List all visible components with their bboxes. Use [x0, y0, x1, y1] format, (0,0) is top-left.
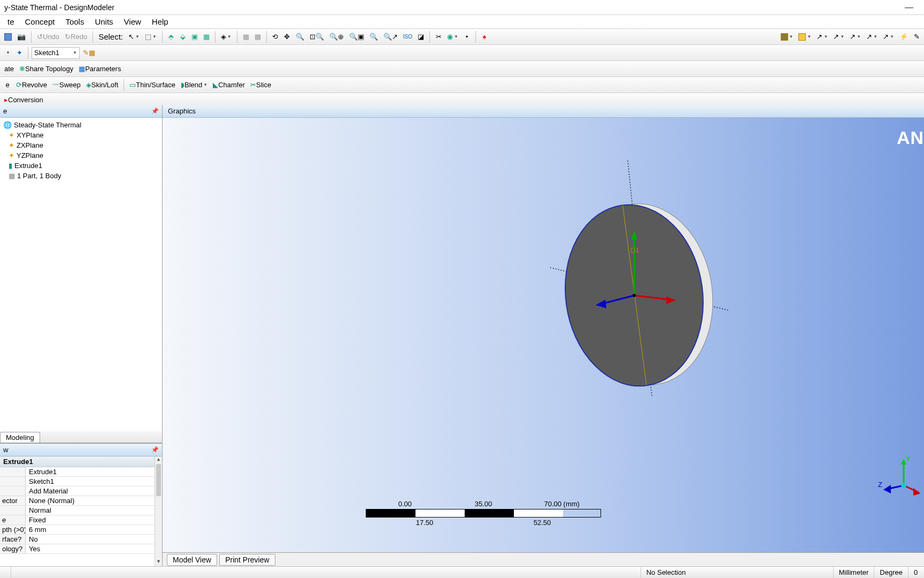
view-triad[interactable]: Y Z: [877, 456, 920, 499]
constraint-6[interactable]: ⚡: [897, 31, 910, 43]
pan-button[interactable]: ✥: [282, 31, 292, 43]
constraint-2[interactable]: ↗▼: [831, 31, 846, 43]
save-button[interactable]: [2, 31, 14, 43]
tab-print-preview[interactable]: Print Preview: [219, 554, 275, 566]
tree-yzplane[interactable]: ✦YZPlane: [3, 150, 159, 161]
status-bar: No Selection Millimeter Degree 0: [0, 566, 924, 578]
constraint-3[interactable]: ↗▼: [848, 31, 863, 43]
extrude-button[interactable]: e: [2, 79, 13, 91]
undo-button[interactable]: ↺Undo: [35, 31, 61, 43]
minimize-button[interactable]: —: [898, 3, 920, 12]
redo-button[interactable]: ↻Redo: [63, 31, 89, 43]
slice-label: Slice: [256, 81, 271, 89]
menu-concept[interactable]: Concept: [20, 16, 60, 27]
filter-edge[interactable]: ⬙: [178, 31, 188, 43]
sweep-button[interactable]: 〰Sweep: [50, 79, 83, 91]
slice-button[interactable]: ✂Slice: [248, 79, 273, 91]
tree-zxplane[interactable]: ✦ZXPlane: [3, 140, 159, 150]
iso-view[interactable]: ISO: [401, 31, 414, 43]
zoom-fit[interactable]: 🔍⊕: [327, 31, 346, 43]
camera-button[interactable]: 📷: [15, 31, 28, 43]
detail-value[interactable]: Yes: [26, 544, 162, 553]
details-grid[interactable]: Extrude1 Extrude1 Sketch1 Add Material e…: [0, 457, 162, 566]
skinloft-button[interactable]: ◈Skin/Loft: [84, 79, 121, 91]
save-icon: [4, 33, 12, 41]
filter-face[interactable]: ▣: [189, 31, 200, 43]
details-group: Extrude1: [0, 457, 162, 467]
status-unit-length: Millimeter: [833, 567, 874, 578]
help-tool[interactable]: ♠: [479, 31, 490, 43]
plane-dropdown[interactable]: ▼: [2, 47, 13, 59]
pin-icon[interactable]: 📌: [151, 446, 159, 453]
menu-units[interactable]: Units: [89, 16, 118, 27]
details-scrollbar[interactable]: ▲ ▼: [155, 457, 162, 566]
scale-bar: 0.00 35.00 70.00 (mm) 17.50 52.50: [366, 500, 601, 527]
detail-row: rface?No: [0, 535, 162, 544]
tree-root[interactable]: 🌐Steady-State Thermal: [3, 120, 159, 130]
detail-value[interactable]: None (Normal): [26, 496, 162, 505]
generate-button[interactable]: ate: [2, 63, 16, 75]
outline-tree[interactable]: 🌐Steady-State Thermal ✦XYPlane ✦ZXPlane …: [0, 118, 162, 431]
menu-view[interactable]: View: [119, 16, 147, 27]
scroll-thumb[interactable]: [156, 464, 161, 496]
chamfer-button[interactable]: ◣Chamfer: [211, 79, 247, 91]
tab-modeling[interactable]: Modeling: [0, 432, 40, 443]
filter-body[interactable]: ▦: [201, 31, 212, 43]
extend-select[interactable]: ◈▼: [219, 31, 234, 43]
scroll-up-icon[interactable]: ▲: [155, 457, 162, 464]
pin-icon[interactable]: 📌: [151, 108, 159, 115]
detail-value[interactable]: No: [26, 535, 162, 544]
conversion-button[interactable]: ▸Conversion: [2, 94, 45, 106]
detail-value[interactable]: Normal: [26, 506, 162, 515]
status-extra: 0: [908, 567, 924, 578]
revolve-button[interactable]: ⟳Revolve: [14, 79, 49, 91]
graphics-viewport[interactable]: AN: [163, 118, 924, 552]
constraint-1[interactable]: ↗▼: [814, 31, 830, 43]
tree-parts[interactable]: ▦1 Part, 1 Body: [3, 171, 159, 181]
select-cursor[interactable]: ↖▼: [126, 31, 142, 43]
thin-surface-button[interactable]: ▭Thin/Surface: [127, 79, 178, 91]
display-style[interactable]: ◉▼: [445, 31, 460, 43]
tab-model-view[interactable]: Model View: [167, 554, 217, 566]
new-sketch[interactable]: ✎▦: [81, 47, 97, 59]
menu-tools[interactable]: Tools: [60, 16, 89, 27]
constraint-7[interactable]: ✎: [911, 31, 922, 43]
look-at[interactable]: 🔍↗: [381, 31, 400, 43]
menu-create[interactable]: te: [2, 16, 20, 27]
detail-value[interactable]: Sketch1: [26, 477, 162, 486]
zoom-button[interactable]: 🔍: [294, 31, 306, 43]
constraint-5[interactable]: ↗▼: [881, 31, 896, 43]
constraint-4[interactable]: ↗▼: [864, 31, 880, 43]
unknown-2[interactable]: ▩: [252, 31, 263, 43]
rotate-button[interactable]: ⟲: [270, 31, 281, 43]
new-plane[interactable]: ✦: [14, 47, 25, 59]
color-1[interactable]: ▼: [779, 31, 796, 43]
wireframe-button[interactable]: •: [461, 31, 472, 43]
detail-value[interactable]: Extrude1: [26, 467, 162, 476]
chamfer-label: Chamfer: [218, 81, 245, 89]
zoom-box[interactable]: ⊡🔍: [307, 31, 326, 43]
share-topology-button[interactable]: ❋Share Topology: [17, 63, 75, 75]
filter-point[interactable]: ⬘: [166, 31, 176, 43]
view-cube[interactable]: ◪: [415, 31, 426, 43]
scroll-down-icon[interactable]: ▼: [155, 559, 162, 566]
parameters-button[interactable]: ▦Parameters: [76, 63, 123, 75]
detail-value[interactable]: Fixed: [26, 515, 162, 524]
ruler-button[interactable]: ✂: [433, 31, 444, 43]
unknown-1[interactable]: ▦: [241, 31, 251, 43]
scale-major-2: 70.00 (mm): [522, 500, 601, 508]
color-2[interactable]: ▼: [796, 31, 813, 43]
tree-xyplane[interactable]: ✦XYPlane: [3, 130, 159, 140]
status-spacer: [11, 567, 641, 578]
zoom-sel[interactable]: 🔍▣: [347, 31, 366, 43]
detail-value[interactable]: 6 mm: [26, 525, 162, 534]
blend-button[interactable]: ◗Blend▼: [179, 79, 210, 91]
detail-value[interactable]: Add Material: [26, 486, 162, 496]
tree-extrude1[interactable]: ▮Extrude1: [3, 161, 159, 171]
plane-icon: ✦: [9, 151, 14, 159]
menu-help[interactable]: Help: [147, 16, 174, 27]
sketch-combo-value: Sketch1: [34, 49, 59, 57]
sketch-combo[interactable]: Sketch1▼: [32, 47, 80, 59]
select-box[interactable]: ⬚▼: [143, 31, 159, 43]
zoom-prev[interactable]: 🔍: [367, 31, 380, 43]
